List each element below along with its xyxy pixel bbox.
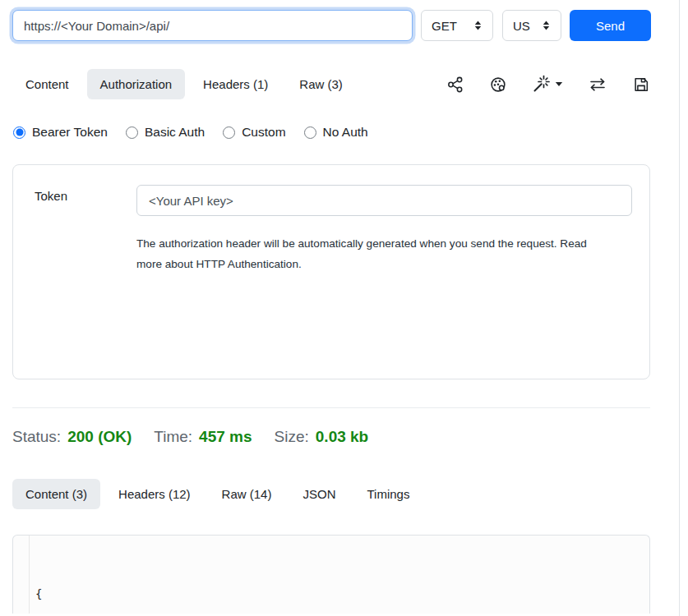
- radio-button: [304, 126, 316, 139]
- auth-type-options: Bearer Token Basic Auth Custom No Auth: [13, 125, 688, 140]
- tab-raw[interactable]: Raw (3): [286, 69, 356, 99]
- url-input[interactable]: [12, 10, 413, 41]
- swap-arrows-icon[interactable]: [588, 75, 607, 94]
- region-select[interactable]: US: [502, 10, 561, 41]
- tab-response-timings[interactable]: Timings: [353, 479, 422, 509]
- status-label: Status:: [12, 428, 61, 445]
- token-helper-text: The authorization header will be automat…: [136, 233, 615, 274]
- up-down-arrows-icon: [542, 20, 551, 31]
- response-json-code: { "message": "API running." }: [13, 543, 649, 614]
- auth-option-label: Basic Auth: [145, 125, 205, 140]
- time-value: 457 ms: [199, 428, 252, 445]
- palette-icon[interactable]: [489, 76, 507, 94]
- time-stat: Time:457 ms: [154, 428, 252, 446]
- size-label: Size:: [275, 428, 309, 445]
- time-label: Time:: [154, 428, 192, 445]
- status-stat: Status:200 (OK): [12, 428, 132, 446]
- auth-option-label: Bearer Token: [32, 125, 108, 140]
- auth-option-label: No Auth: [323, 125, 368, 140]
- tab-response-headers[interactable]: Headers (12): [105, 479, 204, 509]
- radio-button: [13, 126, 25, 139]
- method-select-value: GET: [432, 19, 457, 33]
- tab-response-content[interactable]: Content (3): [12, 479, 100, 509]
- chevron-down-icon: [555, 81, 563, 87]
- magic-wand-icon[interactable]: [532, 75, 563, 94]
- token-input[interactable]: [136, 185, 632, 216]
- request-tabs: Content Authorization Headers (1) Raw (3…: [12, 69, 650, 99]
- method-select[interactable]: GET: [421, 10, 493, 41]
- tab-response-raw[interactable]: Raw (14): [209, 479, 285, 509]
- tab-authorization[interactable]: Authorization: [87, 69, 186, 99]
- auth-option-label: Custom: [242, 125, 285, 140]
- tab-content[interactable]: Content: [12, 69, 82, 99]
- section-divider: [12, 407, 650, 408]
- auth-option-custom[interactable]: Custom: [223, 125, 285, 140]
- token-label: Token: [35, 189, 136, 379]
- auth-option-bearer-token[interactable]: Bearer Token: [13, 125, 108, 140]
- api-client-window: GET US Send Content Authorization Header…: [0, 0, 688, 616]
- tab-response-json[interactable]: JSON: [289, 479, 349, 509]
- radio-button: [223, 126, 235, 139]
- region-select-value: US: [513, 19, 530, 33]
- radio-button: [126, 126, 138, 139]
- size-value: 0.03 kb: [316, 428, 368, 445]
- scrollbar-track[interactable]: [679, 0, 680, 616]
- response-body-viewer: { "message": "API running." }: [12, 535, 650, 614]
- up-down-arrows-icon: [473, 20, 483, 31]
- send-button[interactable]: Send: [570, 10, 651, 41]
- request-toolbar: [446, 75, 650, 94]
- token-panel: Token The authorization header will be a…: [12, 164, 650, 379]
- response-summary: Status:200 (OK) Time:457 ms Size:0.03 kb: [12, 428, 688, 446]
- share-icon[interactable]: [446, 76, 464, 94]
- status-value: 200 (OK): [67, 428, 132, 445]
- size-stat: Size:0.03 kb: [275, 428, 369, 446]
- auth-option-basic-auth[interactable]: Basic Auth: [126, 125, 205, 140]
- response-tabs: Content (3) Headers (12) Raw (14) JSON T…: [12, 479, 650, 509]
- code-gutter-divider: [29, 536, 30, 614]
- code-line: {: [35, 584, 649, 605]
- request-bar: GET US Send: [12, 10, 688, 41]
- tab-headers[interactable]: Headers (1): [190, 69, 281, 99]
- save-icon[interactable]: [632, 76, 650, 94]
- auth-option-no-auth[interactable]: No Auth: [304, 125, 368, 140]
